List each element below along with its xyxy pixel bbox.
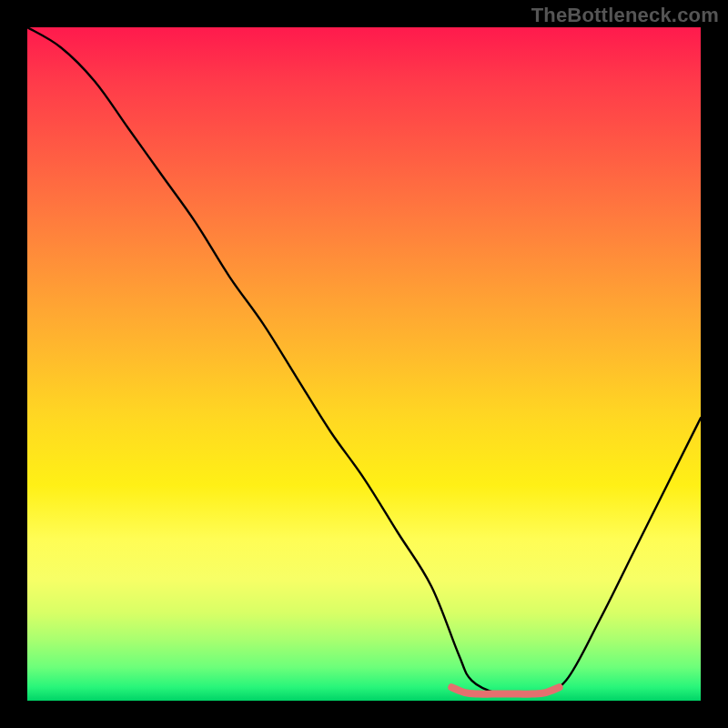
plot-area: [27, 27, 701, 701]
gradient-background: [27, 27, 701, 701]
watermark-text: TheBottleneck.com: [531, 4, 719, 27]
chart-frame: TheBottleneck.com: [0, 0, 728, 728]
